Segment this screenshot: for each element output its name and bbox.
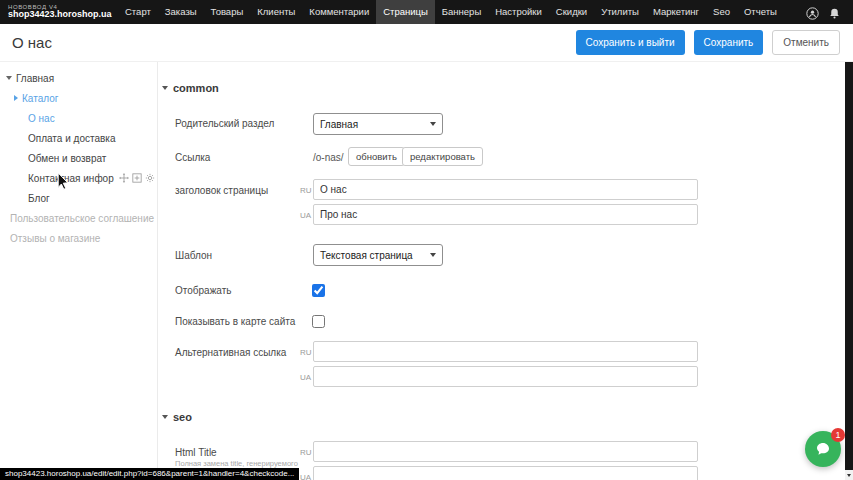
status-url-bar: shop34423.horoshop.ua/edit/edit.php?id=6… (0, 468, 299, 480)
link-label: Ссылка (175, 152, 210, 163)
scrollbar-down-button[interactable] (845, 470, 853, 480)
section-common[interactable]: common (162, 82, 219, 94)
chat-icon (814, 440, 832, 458)
topbar-icons (806, 6, 853, 19)
chat-unread-badge: 1 (831, 428, 845, 442)
header-buttons: Сохранить и выйти Сохранить Отменить (576, 30, 853, 55)
notifications-bell-icon[interactable] (828, 6, 841, 19)
nav-item-start[interactable]: Старт (118, 0, 158, 24)
lang-ua-tag: UA (300, 373, 311, 382)
sidebar-divider (157, 62, 158, 480)
page-title-ru-input[interactable] (313, 179, 698, 200)
pages-tree-sidebar: Главная Каталог О нас Оплата и доставка … (0, 62, 157, 480)
display-checkbox[interactable] (312, 284, 325, 297)
sidebar-item-kontaktnaya-informatsiya[interactable]: Контактная инфор (0, 168, 157, 188)
logo-domain: shop34423.horoshop.ua (8, 10, 118, 19)
section-collapse-icon (162, 415, 168, 419)
page-header: О нас Сохранить и выйти Сохранить Отмени… (0, 24, 853, 62)
html-title-note: Полная замена title, генерируемого (175, 459, 310, 468)
sitemap-checkbox[interactable] (312, 315, 325, 328)
nav-item-marketing[interactable]: Маркетинг (646, 0, 706, 24)
html-title-ru-input[interactable] (313, 441, 698, 462)
select-arrow-icon (430, 253, 436, 257)
nav-item-comments[interactable]: Комментарии (302, 0, 376, 24)
account-icon[interactable] (806, 6, 819, 19)
lang-ua-tag: UA (300, 473, 311, 480)
sitemap-label: Показывать в карте сайта (175, 316, 295, 327)
app-window: НОВОВВОД V4 shop34423.horoshop.ua Старт … (0, 0, 853, 480)
nav-item-discounts[interactable]: Скидки (549, 0, 594, 24)
sidebar-item-glavnaya[interactable]: Главная (0, 68, 157, 88)
collapse-arrow-icon[interactable] (6, 76, 12, 80)
page-title: О нас (0, 34, 52, 51)
expand-arrow-icon[interactable] (14, 95, 18, 101)
html-title-label: Html Title (175, 447, 217, 458)
add-page-icon[interactable] (132, 173, 142, 183)
alt-link-label: Альтернативная ссылка (175, 347, 286, 358)
sidebar-item-oplata-i-dostavka[interactable]: Оплата и доставка (0, 128, 157, 148)
nav-item-pages[interactable]: Страницы (376, 0, 435, 24)
sidebar-item-otzyvy-o-magazine[interactable]: Отзывы о магазине (0, 228, 157, 248)
nav-item-settings[interactable]: Настройки (488, 0, 549, 24)
lang-ru-tag: RU (300, 448, 312, 457)
nav-item-seo[interactable]: Seo (706, 0, 737, 24)
sidebar-item-polzovatelskoe-soglashenie[interactable]: Пользовательское соглашение (0, 208, 157, 228)
alt-link-ru-input[interactable] (313, 341, 698, 362)
sidebar-item-obmen-i-vozvrat[interactable]: Обмен и возврат (0, 148, 157, 168)
parent-section-select[interactable]: Главная (313, 113, 443, 135)
link-edit-button[interactable]: редактировать (402, 147, 483, 166)
nav-item-clients[interactable]: Клиенты (250, 0, 302, 24)
link-value: /o-nas/ (313, 152, 344, 163)
lang-ru-tag: RU (300, 186, 312, 195)
sidebar-item-blog[interactable]: Блог (0, 188, 157, 208)
section-collapse-icon (162, 86, 168, 90)
display-label: Отображать (175, 285, 231, 296)
section-seo[interactable]: seo (162, 411, 192, 423)
select-arrow-icon (430, 122, 436, 126)
page-title-label: заголовок страницы (175, 185, 268, 196)
nav-item-reports[interactable]: Отчеты (737, 0, 784, 24)
html-title-ua-input[interactable] (313, 466, 698, 480)
nav-item-products[interactable]: Товары (204, 0, 251, 24)
save-and-exit-button[interactable]: Сохранить и выйти (576, 30, 685, 55)
lang-ru-tag: RU (300, 348, 312, 357)
link-update-button[interactable]: обновить (348, 147, 405, 166)
nav-item-utilities[interactable]: Утилиты (594, 0, 646, 24)
lang-ua-tag: UA (300, 211, 311, 220)
page-title-ua-input[interactable] (313, 204, 698, 225)
vertical-scrollbar[interactable] (845, 62, 853, 480)
template-select[interactable]: Текстовая страница (313, 244, 443, 266)
save-button[interactable]: Сохранить (694, 30, 764, 55)
top-bar: НОВОВВОД V4 shop34423.horoshop.ua Старт … (0, 0, 853, 24)
sidebar-item-o-nas[interactable]: О нас (0, 108, 157, 128)
logo[interactable]: НОВОВВОД V4 shop34423.horoshop.ua (0, 4, 118, 20)
sidebar-item-katalog[interactable]: Каталог (0, 88, 157, 108)
parent-section-label: Родительский раздел (175, 118, 274, 129)
alt-link-ua-input[interactable] (313, 366, 698, 387)
cancel-button[interactable]: Отменить (772, 30, 840, 55)
nav-item-orders[interactable]: Заказы (158, 0, 204, 24)
gear-icon[interactable] (145, 173, 155, 183)
nav-item-banners[interactable]: Баннеры (435, 0, 488, 24)
tree-item-actions (119, 173, 157, 183)
template-label: Шаблон (175, 250, 212, 261)
main-nav: Старт Заказы Товары Клиенты Комментарии … (118, 0, 784, 24)
move-icon[interactable] (119, 173, 129, 183)
